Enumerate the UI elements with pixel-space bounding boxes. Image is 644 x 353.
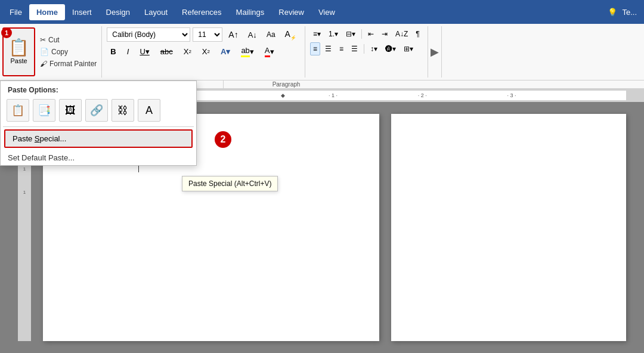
font-group: Calibri (Body) 11 A↑ A↓ Aa A⚡ B I U▾ abc… (102, 26, 305, 78)
set-default-paste-button[interactable]: Set Default Paste... (1, 150, 196, 165)
subscript-button[interactable]: X2 (180, 44, 195, 58)
line-spacing-button[interactable]: ↕▾ (367, 42, 380, 55)
menu-view[interactable]: View (311, 4, 342, 20)
paste-option-link[interactable]: 🔗 (85, 99, 108, 122)
menu-layout[interactable]: Layout (137, 4, 175, 20)
lightbulb-icon: 💡 (608, 8, 617, 17)
text-effect-button[interactable]: A▾ (217, 44, 234, 58)
paste-icon: 📋 (8, 39, 29, 56)
shading-button[interactable]: 🅐▾ (382, 42, 399, 55)
clear-format-button[interactable]: A⚡ (281, 27, 300, 42)
bullets-button[interactable]: ≡▾ (310, 27, 324, 41)
font-row2: B I U▾ abc X2 X2 A▾ ab ▾ A ▾ (107, 44, 300, 58)
menu-right: 💡 Te... (608, 8, 642, 17)
ruler-mark: 1 (23, 190, 26, 195)
cut-icon: ✂ (40, 36, 46, 44)
paste-special-button[interactable]: Paste Special... (4, 129, 193, 148)
menu-references[interactable]: References (175, 4, 228, 20)
document-page-right[interactable] (391, 114, 626, 341)
cut-label: Cut (48, 36, 60, 44)
copy-icon: 📄 (40, 48, 49, 56)
format-painter-button[interactable]: 🖌 Format Painter (38, 58, 99, 69)
step1-badge: 1 (1, 27, 12, 38)
ruler-mark: 1 (23, 166, 26, 172)
cut-button[interactable]: ✂ Cut (38, 35, 99, 45)
show-formatting-button[interactable]: ¶ (413, 27, 422, 41)
menu-review[interactable]: Review (271, 4, 311, 20)
menu-te-label: Te... (622, 8, 637, 17)
paragraph-group: ≡▾ 1.▾ ⊟▾ ⇤ ⇥ A↓Z ¶ ≡ ☰ ≡ ☰ ↕▾ 🅐▾ ⊞▾ (305, 26, 428, 78)
clear-format-icon: A⚡ (285, 29, 296, 41)
para-row2: ≡ ☰ ≡ ☰ ↕▾ 🅐▾ ⊞▾ (310, 42, 423, 55)
sort-button[interactable]: A↓Z (392, 27, 411, 41)
para-row1: ≡▾ 1.▾ ⊟▾ ⇤ ⇥ A↓Z ¶ (310, 27, 423, 41)
numbering-button[interactable]: 1.▾ (326, 27, 341, 41)
font-row1: Calibri (Body) 11 A↑ A↓ Aa A⚡ (107, 27, 300, 42)
paste-special-label: Paste Special... (13, 134, 66, 143)
paste-label: Paste (10, 57, 27, 64)
format-painter-label: Format Painter (49, 60, 97, 68)
change-case-button[interactable]: Aa (263, 27, 279, 42)
menu-mailings[interactable]: Mailings (229, 4, 272, 20)
set-default-label: Set Default Paste... (8, 153, 75, 162)
paste-option-picture[interactable]: 🖼 (59, 99, 82, 122)
justify-button[interactable]: ☰ (348, 42, 361, 55)
increase-indent-button[interactable]: ⇥ (379, 27, 391, 41)
superscript-button[interactable]: X2 (199, 44, 213, 58)
paste-dropdown-menu: Paste Options: 📋 📑 🖼 🔗 ⛓ A Paste Special… (0, 80, 197, 166)
font-color-button[interactable]: A ▾ (261, 44, 278, 58)
step2-badge: 2 (215, 131, 231, 148)
menu-file[interactable]: File (2, 4, 29, 20)
paragraph-label: Paragraph (224, 80, 349, 88)
align-center-button[interactable]: ☰ (322, 42, 335, 55)
font-name-select[interactable]: Calibri (Body) (107, 27, 190, 42)
menu-bar: File Home Insert Design Layout Reference… (0, 0, 644, 24)
menu-design[interactable]: Design (99, 4, 137, 20)
font-size-select[interactable]: 11 (193, 27, 222, 42)
ribbon: 1 📋 Paste ✂ Cut 📄 Copy 🖌 Format Painter … (0, 24, 644, 80)
paste-icons-row: 📋 📑 🖼 🔗 ⛓ A (1, 97, 196, 126)
menu-insert[interactable]: Insert (65, 4, 99, 20)
tooltip-text: Paste Special (Alt+Ctrl+V) (188, 179, 271, 188)
font-grow-button[interactable]: A↑ (225, 27, 242, 42)
paste-option-merge[interactable]: 📑 (33, 99, 55, 122)
copy-button[interactable]: 📄 Copy (38, 47, 99, 57)
clipboard-group: 1 📋 Paste ✂ Cut 📄 Copy 🖌 Format Painter (0, 26, 102, 78)
format-painter-icon: 🖌 (40, 60, 47, 68)
font-shrink-button[interactable]: A↓ (244, 27, 261, 42)
highlight-icon: ab (241, 46, 249, 57)
copy-label: Copy (51, 48, 68, 56)
decrease-indent-button[interactable]: ⇤ (365, 27, 377, 41)
paste-option-text-only[interactable]: A (138, 99, 160, 122)
paste-option-link2[interactable]: ⛓ (112, 99, 134, 122)
multilevel-button[interactable]: ⊟▾ (343, 27, 358, 41)
bold-button[interactable]: B (107, 44, 119, 58)
align-right-button[interactable]: ≡ (336, 42, 346, 55)
more-ribbon-button[interactable]: ▶ (428, 26, 442, 78)
menu-home[interactable]: Home (29, 4, 65, 20)
underline-button[interactable]: U▾ (136, 44, 153, 58)
italic-button[interactable]: I (123, 44, 133, 58)
border-button[interactable]: ⊞▾ (401, 42, 416, 55)
font-color-icon: A (265, 46, 270, 57)
paste-options-header: Paste Options: (1, 81, 196, 97)
paste-special-tooltip: Paste Special (Alt+Ctrl+V) (182, 176, 278, 191)
highlight-button[interactable]: ab ▾ (237, 44, 257, 58)
paste-option-keep-source[interactable]: 📋 (7, 99, 29, 122)
paste-button[interactable]: 1 📋 Paste (2, 27, 35, 76)
dropdown-divider1 (3, 126, 194, 127)
align-left-button[interactable]: ≡ (310, 42, 320, 55)
clipboard-side: ✂ Cut 📄 Copy 🖌 Format Painter (35, 27, 99, 76)
strikethrough-button[interactable]: abc (157, 44, 177, 58)
